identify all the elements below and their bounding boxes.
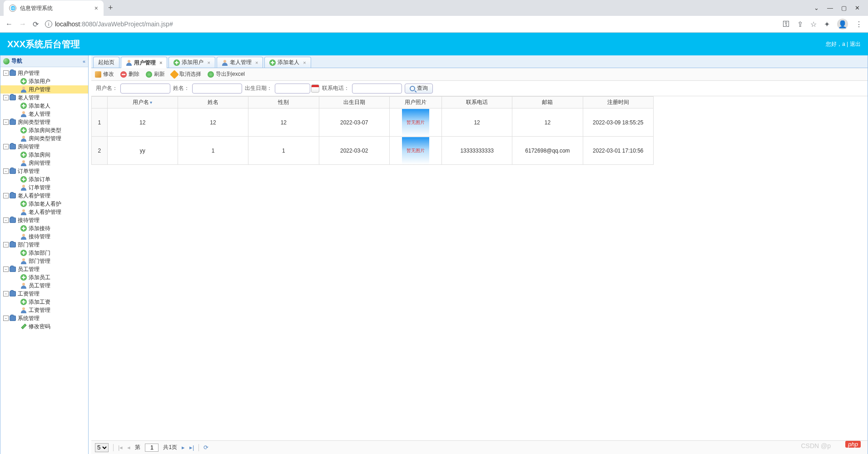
star-icon[interactable]: ☆ [810, 20, 817, 29]
tree-item[interactable]: 添加员工 [0, 273, 88, 281]
info-icon[interactable]: i [45, 20, 52, 28]
collapse-icon[interactable]: − [3, 242, 9, 247]
maximize-icon[interactable]: ▢ [841, 5, 847, 11]
column-header[interactable]: 姓名 [178, 97, 248, 109]
collapse-icon[interactable]: − [3, 316, 9, 321]
tree-item[interactable]: 添加部门 [0, 249, 88, 257]
tree-item[interactable]: 订单管理 [0, 183, 88, 192]
content-tab[interactable]: 添加用户× [169, 57, 215, 68]
phone-input[interactable] [352, 84, 402, 94]
collapse-icon[interactable]: « [83, 59, 85, 64]
name-input[interactable] [192, 84, 242, 94]
close-window-icon[interactable]: ✕ [855, 5, 860, 11]
tree-group[interactable]: −员工管理 [0, 265, 88, 273]
tree-item[interactable]: 添加房间 [0, 151, 88, 159]
delete-button[interactable]: 删除 [120, 70, 139, 78]
tree-item[interactable]: 添加工资 [0, 298, 88, 306]
table-row[interactable]: 11212122022-03-07暂无图片12122022-03-09 18:5… [92, 109, 654, 137]
column-header[interactable]: 出生日期 [319, 97, 389, 109]
close-icon[interactable]: × [303, 60, 306, 65]
collapse-icon[interactable]: − [3, 70, 9, 76]
column-header[interactable]: 性别 [248, 97, 319, 109]
tree-group[interactable]: −接待管理 [0, 216, 88, 224]
close-icon[interactable]: × [159, 60, 162, 65]
logout-link[interactable]: 退出 [850, 40, 861, 48]
cancel-select-button[interactable]: 取消选择 [171, 70, 201, 78]
tree-item[interactable]: 工资管理 [0, 306, 88, 314]
column-header[interactable]: 用户照片 [389, 97, 441, 109]
tree-group[interactable]: −房间类型管理 [0, 118, 88, 126]
last-page-button[interactable]: ▸| [189, 444, 194, 451]
table-row[interactable]: 2yy112022-03-02暂无图片133333333336172698@qq… [92, 137, 654, 165]
collapse-icon[interactable]: − [3, 119, 9, 125]
collapse-icon[interactable]: − [3, 193, 9, 198]
tree-item[interactable]: 添加老人看护 [0, 200, 88, 208]
new-tab-button[interactable]: + [108, 3, 113, 13]
next-page-button[interactable]: ▸ [182, 444, 185, 451]
close-icon[interactable]: × [207, 60, 210, 65]
username-input[interactable] [120, 84, 170, 94]
column-header[interactable]: 联系电话 [441, 97, 512, 109]
tree-item[interactable]: 部门管理 [0, 257, 88, 265]
tree-item[interactable]: 添加用户 [0, 77, 88, 85]
prev-page-button[interactable]: ◂ [127, 444, 130, 451]
collapse-icon[interactable]: − [3, 291, 9, 296]
close-icon[interactable]: × [255, 60, 258, 65]
page-size-select[interactable]: 5 [95, 443, 109, 452]
first-page-button[interactable]: |◂ [118, 444, 123, 451]
share-icon[interactable]: ⇪ [797, 20, 803, 29]
forward-button[interactable]: → [19, 20, 26, 28]
tree-group[interactable]: −房间管理 [0, 143, 88, 151]
key-icon[interactable]: ⚿ [783, 20, 790, 28]
tree-item[interactable]: 用户管理 [0, 85, 88, 94]
content-tab[interactable]: 用户管理× [121, 57, 167, 68]
collapse-icon[interactable]: − [3, 217, 9, 223]
tree-group[interactable]: −订单管理 [0, 167, 88, 175]
browser-tab[interactable]: 🌐 信息管理系统 × [4, 0, 104, 16]
tree-group[interactable]: −部门管理 [0, 241, 88, 249]
column-header[interactable]: 注册时间 [583, 97, 653, 109]
close-icon[interactable]: × [94, 5, 98, 12]
column-header[interactable]: 邮箱 [512, 97, 583, 109]
dropdown-icon[interactable]: ⌄ [814, 5, 819, 11]
puzzle-icon[interactable]: ✦ [824, 20, 830, 29]
minimize-icon[interactable]: — [827, 5, 833, 11]
content-tab[interactable]: 老人管理× [217, 57, 263, 68]
url-field[interactable]: i localhost:8080/JavaWebProject/main.jsp… [45, 20, 776, 28]
birth-input[interactable] [275, 84, 310, 94]
page-input[interactable] [145, 444, 159, 452]
tree-item[interactable]: 房间管理 [0, 159, 88, 167]
content-tab[interactable]: 起始页 [93, 57, 119, 68]
reload-grid-button[interactable]: ⟳ [203, 444, 208, 451]
collapse-icon[interactable]: − [3, 144, 9, 149]
tree-item[interactable]: 老人看护管理 [0, 208, 88, 216]
tree-group[interactable]: −老人管理 [0, 94, 88, 102]
tree-item[interactable]: 添加订单 [0, 175, 88, 183]
edit-button[interactable]: 修改 [95, 70, 114, 78]
tree-group[interactable]: −老人看护管理 [0, 192, 88, 200]
content-tab[interactable]: 添加老人× [264, 57, 311, 68]
reload-button[interactable]: ⟳ [33, 20, 39, 29]
back-button[interactable]: ← [5, 20, 13, 28]
calendar-icon[interactable] [311, 84, 319, 93]
tree-item[interactable]: 添加老人 [0, 102, 88, 110]
tree-item[interactable]: 员工管理 [0, 281, 88, 290]
menu-icon[interactable]: ⋮ [855, 20, 863, 29]
tree-item[interactable]: 接待管理 [0, 232, 88, 241]
refresh-button[interactable]: 刷新 [146, 70, 165, 78]
tree-item[interactable]: 添加接待 [0, 224, 88, 232]
export-button[interactable]: 导出到excel [208, 70, 245, 78]
tree-group[interactable]: −用户管理 [0, 69, 88, 77]
tree-item[interactable]: 老人管理 [0, 110, 88, 118]
collapse-icon[interactable]: − [3, 266, 9, 272]
collapse-icon[interactable]: − [3, 95, 9, 100]
collapse-icon[interactable]: − [3, 168, 9, 174]
tree-item[interactable]: 房间类型管理 [0, 134, 88, 143]
tree-group[interactable]: −工资管理 [0, 290, 88, 298]
avatar-icon[interactable]: 👤 [837, 19, 848, 30]
tree-item[interactable]: 修改密码 [0, 322, 88, 331]
search-button[interactable]: 查询 [405, 84, 433, 94]
tree-item[interactable]: 添加房间类型 [0, 126, 88, 134]
tree-group[interactable]: −系统管理 [0, 314, 88, 322]
column-header[interactable]: 用户名▾ [107, 97, 178, 109]
